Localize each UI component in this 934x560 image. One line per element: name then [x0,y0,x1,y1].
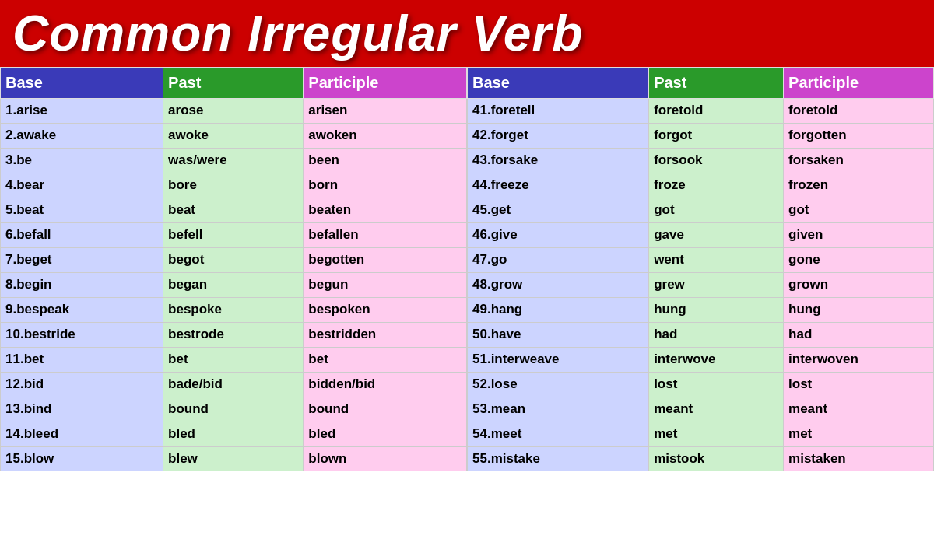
base-cell: 9.bespeak [1,297,163,322]
past-cell: had [649,322,784,347]
participle-cell: forsaken [784,149,934,173]
base-cell: 41.foretell [468,99,649,124]
past-cell: hung [649,297,784,322]
page-title: Common Irregular Verb [12,6,922,61]
base-cell: 8.begin [1,272,163,297]
table-row: 12.bidbade/bidbidden/bid [1,372,467,397]
base-cell: 50.have [468,322,649,347]
participle-cell: lost [784,372,934,397]
past-cell: awoke [163,124,304,149]
right-header-participle: Participle [784,68,934,99]
past-cell: befell [163,223,304,248]
base-cell: 6.befall [1,223,163,248]
table-row: 9.bespeakbespokebespoken [1,297,467,322]
participle-cell: born [304,173,467,198]
base-cell: 55.mistake [468,446,649,471]
base-cell: 12.bid [1,372,163,397]
past-cell: meant [649,397,784,422]
table-row: 15.blowblewblown [1,446,467,471]
title-bar: Common Irregular Verb [0,0,934,67]
participle-cell: awoken [304,124,467,149]
past-cell: got [649,198,784,223]
base-cell: 46.give [468,223,649,248]
table-row: 48.growgrewgrown [468,272,934,297]
participle-cell: bidden/bid [304,372,467,397]
past-cell: went [649,248,784,273]
base-cell: 51.interweave [468,347,649,372]
table-row: 5.beatbeatbeaten [1,198,467,223]
left-header-past: Past [163,68,304,99]
left-verb-table: Base Past Participle 1.arisearosearisen2… [0,67,467,471]
base-cell: 52.lose [468,372,649,397]
table-row: 4.bearboreborn [1,173,467,198]
past-cell: gave [649,223,784,248]
past-cell: forsook [649,149,784,173]
participle-cell: foretold [784,99,934,124]
right-header-base: Base [468,68,649,99]
table-row: 51.interweaveinterwoveinterwoven [468,347,934,372]
left-header-base: Base [1,68,163,99]
base-cell: 1.arise [1,99,163,124]
base-cell: 5.beat [1,198,163,223]
past-cell: foretold [649,99,784,124]
participle-cell: interwoven [784,347,934,372]
right-verb-table: Base Past Participle 41.foretellforetold… [467,67,934,471]
participle-cell: bled [304,422,467,446]
base-cell: 45.get [468,198,649,223]
past-cell: interwove [649,347,784,372]
table-row: 45.getgotgot [468,198,934,223]
participle-cell: blown [304,446,467,471]
participle-cell: given [784,223,934,248]
past-cell: met [649,422,784,446]
past-cell: froze [649,173,784,198]
past-cell: begot [163,248,304,273]
table-row: 46.givegavegiven [468,223,934,248]
base-cell: 43.forsake [468,149,649,173]
base-cell: 53.mean [468,397,649,422]
base-cell: 15.blow [1,446,163,471]
participle-cell: begun [304,272,467,297]
base-cell: 13.bind [1,397,163,422]
table-row: 42.forgetforgotforgotten [468,124,934,149]
table-row: 52.loselostlost [468,372,934,397]
past-cell: bled [163,422,304,446]
past-cell: bound [163,397,304,422]
participle-cell: bound [304,397,467,422]
base-cell: 4.bear [1,173,163,198]
past-cell: lost [649,372,784,397]
table-row: 2.awakeawokeawoken [1,124,467,149]
table-row: 49.hanghunghung [468,297,934,322]
table-row: 3.bewas/werebeen [1,149,467,173]
base-cell: 10.bestride [1,322,163,347]
base-cell: 7.beget [1,248,163,273]
participle-cell: begotten [304,248,467,273]
past-cell: bet [163,347,304,372]
table-row: 13.bindboundbound [1,397,467,422]
table-row: 8.beginbeganbegun [1,272,467,297]
table-row: 55.mistakemistookmistaken [468,446,934,471]
past-cell: blew [163,446,304,471]
past-cell: bade/bid [163,372,304,397]
base-cell: 2.awake [1,124,163,149]
participle-cell: frozen [784,173,934,198]
table-row: 43.forsakeforsookforsaken [468,149,934,173]
participle-cell: forgotten [784,124,934,149]
base-cell: 48.grow [468,272,649,297]
table-row: 50.havehadhad [468,322,934,347]
past-cell: forgot [649,124,784,149]
past-cell: grew [649,272,784,297]
table-row: 44.freezefrozefrozen [468,173,934,198]
table-row: 47.gowentgone [468,248,934,273]
table-row: 1.arisearosearisen [1,99,467,124]
right-header-past: Past [649,68,784,99]
table-row: 6.befallbefellbefallen [1,223,467,248]
base-cell: 49.hang [468,297,649,322]
participle-cell: bestridden [304,322,467,347]
past-cell: mistook [649,446,784,471]
participle-cell: befallen [304,223,467,248]
participle-cell: bet [304,347,467,372]
table-row: 14.bleedbledbled [1,422,467,446]
table-row: 53.meanmeantmeant [468,397,934,422]
left-header-participle: Participle [304,68,467,99]
base-cell: 54.meet [468,422,649,446]
